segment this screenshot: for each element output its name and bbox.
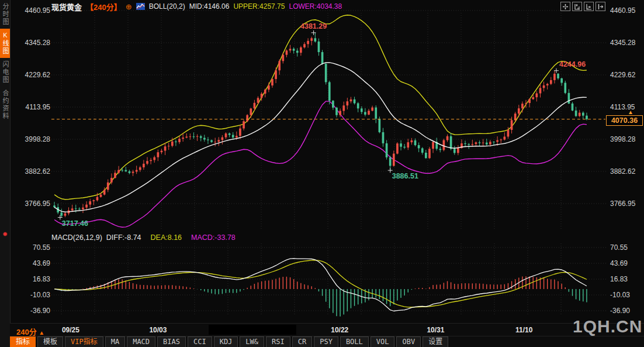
add-indicator-icon[interactable]: ⊕ bbox=[126, 3, 132, 11]
status-bar: 240分 ▲ 09/2510/0310/2210/3111/10 1QH.CN bbox=[10, 323, 644, 336]
toolbar-button-OBV[interactable]: OBV bbox=[396, 336, 421, 347]
toolbar-button-PSY[interactable]: PSY bbox=[314, 336, 338, 347]
period-tag[interactable]: 【240分】 bbox=[86, 1, 122, 12]
date-label: 10/03 bbox=[149, 326, 167, 334]
date-label: 11/10 bbox=[515, 326, 532, 334]
last-price-tag: 4070.36 bbox=[606, 115, 643, 126]
price-tick-left: 4345.28 bbox=[9, 39, 50, 47]
macd-tick-right: 43.69 bbox=[610, 259, 644, 267]
date-label: 10/31 bbox=[427, 326, 444, 334]
price-tick-left: 4113.95 bbox=[9, 103, 50, 111]
price-annotation: 3886.51 bbox=[392, 172, 418, 180]
toolbar-button-CR[interactable]: CR bbox=[292, 336, 312, 347]
price-tick-left: 3998.28 bbox=[9, 135, 50, 143]
macd-tick-left: 43.69 bbox=[9, 259, 50, 267]
macd-tick-right: -36.90 bbox=[610, 307, 644, 315]
sidebar-item-2[interactable]: 闪电图 bbox=[0, 58, 10, 87]
toolbar-button-BOLL[interactable]: BOLL bbox=[340, 336, 369, 347]
boll-upper-value: UPPER:4257.75 bbox=[233, 2, 285, 11]
boll-label: BOLL(20,2) bbox=[149, 2, 185, 11]
indicator-toolbar: 指标模板VIP指标MAMACDBIASCCIKDJLW&RSICRPSYBOLL… bbox=[10, 336, 644, 347]
macd-dea-value: DEA:8.16 bbox=[151, 233, 182, 242]
sidebar-item-1[interactable]: K线图 bbox=[0, 29, 10, 58]
toolbar-button-RSI[interactable]: RSI bbox=[266, 336, 290, 347]
price-tick-left: 3766.95 bbox=[9, 200, 50, 208]
macd-tick-left: -36.90 bbox=[9, 307, 50, 315]
macd-tick-left: 16.83 bbox=[9, 275, 50, 283]
chart-style-icon[interactable] bbox=[136, 3, 145, 10]
macd-tick-left: 70.55 bbox=[9, 243, 50, 252]
toolbar-button-LW&[interactable]: LW& bbox=[240, 336, 264, 347]
toolbar-button-设置[interactable]: 设置 bbox=[423, 336, 448, 347]
toolbar-button-模板[interactable]: 模板 bbox=[37, 336, 63, 347]
price-tick-right: 4345.28 bbox=[610, 39, 644, 47]
price-tick-left: 4229.62 bbox=[9, 71, 50, 79]
price-annotation: 3717.46 bbox=[62, 219, 88, 228]
boll-lower-value: LOWER:4034.38 bbox=[289, 2, 342, 11]
macd-tick-left: -10.03 bbox=[9, 291, 50, 299]
date-label: 10/22 bbox=[331, 326, 348, 334]
toolbar-button-VOL[interactable]: VOL bbox=[371, 336, 395, 347]
price-tick-right: 3998.28 bbox=[610, 135, 644, 143]
crosshair-icon[interactable] bbox=[560, 2, 570, 11]
price-tick-right: 3882.62 bbox=[610, 167, 644, 176]
macd-tick-right: 16.83 bbox=[610, 275, 644, 283]
price-annotation: 4244.96 bbox=[559, 60, 586, 68]
axis-scale-right-icon[interactable] bbox=[584, 2, 594, 11]
chart-tool-icons bbox=[560, 2, 605, 11]
symbol-name: 现货黄金 bbox=[51, 1, 82, 12]
boll-mid-value: MID:4146.06 bbox=[189, 2, 230, 11]
toolbar-button-MACD[interactable]: MACD bbox=[127, 336, 155, 347]
trading-app-window: 3717.464381.293886.514244.96 分时图K线图闪电图合约… bbox=[0, 0, 644, 347]
macd-header: MACD(26,12,9) DIFF:-8.74 DEA:8.16 MACD:-… bbox=[51, 233, 236, 242]
price-tick-right: 4113.95 bbox=[610, 103, 644, 111]
toolbar-button-BIAS[interactable]: BIAS bbox=[157, 336, 186, 347]
macd-name-and-diff: MACD(26,12,9) DIFF:-8.74 bbox=[51, 233, 141, 242]
toolbar-button-KDJ[interactable]: KDJ bbox=[214, 336, 238, 347]
price-tick-left: 3882.62 bbox=[9, 167, 50, 176]
sidebar-item-0[interactable]: 分时图 bbox=[0, 0, 10, 29]
shift-right-icon[interactable] bbox=[595, 2, 605, 11]
price-annotation: 4381.29 bbox=[300, 22, 327, 30]
price-tick-right: 4460.95 bbox=[610, 6, 644, 15]
toolbar-button-VIP指标[interactable]: VIP指标 bbox=[65, 336, 103, 347]
redacted-box bbox=[209, 325, 296, 335]
sidebar-item-3[interactable]: 合约资料 bbox=[0, 87, 10, 123]
toolbar-button-MA[interactable]: MA bbox=[105, 336, 125, 347]
macd-tick-right: 70.55 bbox=[610, 243, 644, 252]
kline-chart-canvas[interactable]: 3717.464381.293886.514244.96 bbox=[0, 0, 644, 347]
watermark: 1QH.CN bbox=[573, 317, 642, 336]
toolbar-button-CCI[interactable]: CCI bbox=[188, 336, 212, 347]
price-tick-right: 3766.95 bbox=[610, 200, 644, 208]
price-tick-right: 4229.62 bbox=[610, 71, 644, 79]
axis-scale-up-icon[interactable] bbox=[572, 2, 582, 11]
last-price-arrow: ▲ bbox=[628, 109, 633, 115]
chart-header: 现货黄金 【240分】 ⊕ BOLL(20,2) MID:4146.06 UPP… bbox=[51, 2, 342, 11]
macd-tick-right: -10.03 bbox=[610, 291, 644, 299]
price-tick-left: 4460.95 bbox=[9, 6, 50, 15]
hot-icon: ✹ bbox=[1, 231, 9, 238]
toolbar-button-指标[interactable]: 指标 bbox=[10, 336, 36, 347]
date-label: 09/25 bbox=[62, 326, 79, 334]
macd-macd-value: MACD:-33.78 bbox=[191, 233, 236, 242]
